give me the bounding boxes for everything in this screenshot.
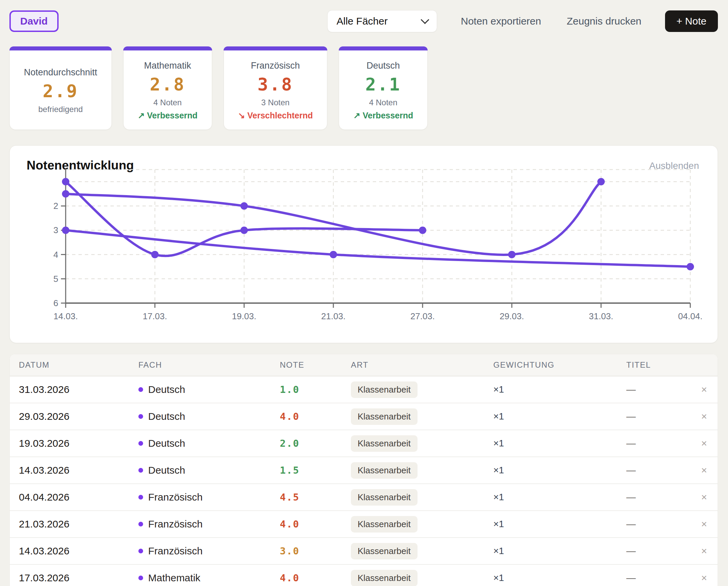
grade-weight: ×1: [493, 438, 626, 449]
delete-grade-button[interactable]: ×: [694, 384, 714, 395]
card-subtext: 3 Noten: [261, 98, 290, 107]
grade-subject: Mathematik: [139, 572, 280, 584]
card-subtext: 4 Noten: [154, 98, 182, 107]
grade-subject: Deutsch: [139, 411, 280, 422]
data-point-französisch: [330, 251, 337, 258]
grade-weight: ×1: [493, 572, 626, 583]
delete-grade-button[interactable]: ×: [694, 464, 714, 476]
grade-date: 04.04.2026: [19, 491, 139, 503]
card-value: 2.8: [150, 74, 185, 95]
subject-dot-icon: [139, 522, 143, 527]
grade-type-cell: Klassenarbeit: [351, 381, 493, 398]
card-subtext: 4 Noten: [369, 98, 397, 107]
subject-filter-select[interactable]: Alle Fächer: [327, 10, 437, 32]
delete-grade-button[interactable]: ×: [694, 438, 714, 449]
print-report-button[interactable]: Zeugnis drucken: [565, 15, 644, 27]
grade-type-cell: Klassenarbeit: [351, 489, 493, 506]
subject-filter-value: Alle Fächer: [336, 16, 387, 27]
grade-type-badge: Klassenarbeit: [351, 489, 418, 506]
y-tick-label: 2: [53, 201, 58, 211]
x-tick-label: 31.03.: [589, 311, 613, 321]
grade-title: —: [626, 545, 694, 556]
table-row: 29.03.2026 Deutsch 4.0 Klassenarbeit ×1 …: [10, 403, 718, 430]
export-grades-button[interactable]: Noten exportieren: [459, 15, 543, 27]
grade-weight: ×1: [493, 545, 626, 556]
grade-title: —: [626, 572, 694, 583]
card-value: 2.1: [365, 74, 401, 95]
grade-type-cell: Klassenarbeit: [351, 462, 493, 479]
data-point-deutsch: [508, 251, 516, 258]
grade-date: 31.03.2026: [19, 384, 139, 395]
table-row: 04.04.2026 Französisch 4.5 Klassenarbeit…: [10, 484, 718, 511]
delete-grade-button[interactable]: ×: [694, 411, 714, 422]
data-point-deutsch: [241, 202, 248, 210]
col-header-titel: TITEL: [626, 360, 694, 370]
grade-type-badge: Klassenarbeit: [351, 381, 418, 398]
grade-date: 19.03.2026: [19, 438, 139, 449]
grade-value: 2.0: [280, 438, 351, 449]
table-row: 17.03.2026 Mathematik 4.0 Klassenarbeit …: [10, 565, 718, 586]
card-value: 3.8: [258, 74, 293, 95]
subject-name: Deutsch: [148, 384, 185, 395]
card-label: Notendurchschnitt: [24, 67, 97, 78]
grades-table: DATUM FACH NOTE ART GEWICHTUNG TITEL 31.…: [9, 354, 718, 586]
delete-grade-button[interactable]: ×: [694, 545, 714, 557]
x-tick-label: 14.03.: [53, 311, 78, 321]
data-point-französisch: [62, 227, 69, 234]
grade-type-badge: Klassenarbeit: [351, 570, 418, 586]
col-header-fach: FACH: [139, 360, 280, 370]
grade-weight: ×1: [493, 465, 626, 476]
data-point-mathematik: [62, 178, 69, 185]
grades-app: David Alle Fächer Noten exportieren Zeug…: [0, 0, 728, 586]
top-actions: Alle Fächer Noten exportieren Zeugnis dr…: [327, 10, 718, 32]
grade-date: 29.03.2026: [19, 411, 139, 422]
grade-value: 1.5: [280, 464, 351, 476]
add-note-button[interactable]: + Note: [665, 10, 718, 32]
grade-value: 4.0: [280, 518, 351, 530]
y-tick-label: 5: [53, 274, 58, 284]
card-average: Notendurchschnitt 2.9 befriedigend: [9, 47, 112, 130]
grade-value: 1.0: [280, 384, 351, 395]
subject-name: Deutsch: [148, 464, 185, 476]
grade-subject: Französisch: [139, 545, 280, 557]
grade-subject: Deutsch: [139, 438, 280, 449]
card-mathematik: Mathematik 2.8 4 Noten ↗ Verbessernd: [123, 47, 212, 130]
delete-grade-button[interactable]: ×: [694, 491, 714, 503]
col-header-gewichtung: GEWICHTUNG: [493, 360, 626, 370]
grade-value: 3.0: [280, 545, 351, 557]
table-row: 31.03.2026 Deutsch 1.0 Klassenarbeit ×1 …: [10, 376, 718, 403]
data-point-mathematik: [419, 227, 426, 234]
series-line-deutsch: [66, 182, 601, 255]
grade-subject: Deutsch: [139, 384, 280, 395]
x-tick-label: 04.04.: [678, 311, 702, 321]
subject-dot-icon: [139, 495, 143, 500]
data-point-deutsch: [597, 178, 605, 185]
grade-weight: ×1: [493, 492, 626, 503]
grade-type-cell: Klassenarbeit: [351, 516, 493, 533]
grade-type-badge: Klassenarbeit: [351, 408, 418, 425]
trend-down-label: ↘ Verschlechternd: [238, 111, 313, 121]
subject-name: Französisch: [148, 491, 203, 503]
grade-date: 21.03.2026: [19, 518, 139, 530]
grade-weight: ×1: [493, 519, 626, 530]
delete-grade-button[interactable]: ×: [694, 518, 714, 530]
subject-dot-icon: [139, 468, 143, 473]
series-line-französisch: [66, 230, 690, 266]
x-tick-label: 19.03.: [232, 311, 256, 321]
subject-name: Deutsch: [148, 411, 185, 422]
table-row: 14.03.2026 Französisch 3.0 Klassenarbeit…: [10, 538, 718, 565]
student-tab-david[interactable]: David: [9, 10, 58, 32]
delete-grade-button[interactable]: ×: [694, 572, 714, 584]
grade-date: 14.03.2026: [19, 545, 139, 557]
trend-up-label: ↗ Verbessernd: [138, 111, 198, 121]
x-tick-label: 17.03.: [143, 311, 167, 321]
data-point-französisch: [686, 263, 694, 270]
top-bar: David Alle Fächer Noten exportieren Zeug…: [0, 0, 728, 32]
data-point-mathematik: [241, 227, 248, 234]
y-tick-label: 3: [53, 225, 58, 235]
grade-weight: ×1: [493, 411, 626, 422]
grade-trend-line-chart: 2345614.03.17.03.19.03.21.03.27.03.29.03…: [10, 146, 718, 343]
table-row: 19.03.2026 Deutsch 2.0 Klassenarbeit ×1 …: [10, 430, 718, 457]
grade-title: —: [626, 492, 694, 503]
grade-subject: Französisch: [139, 518, 280, 530]
